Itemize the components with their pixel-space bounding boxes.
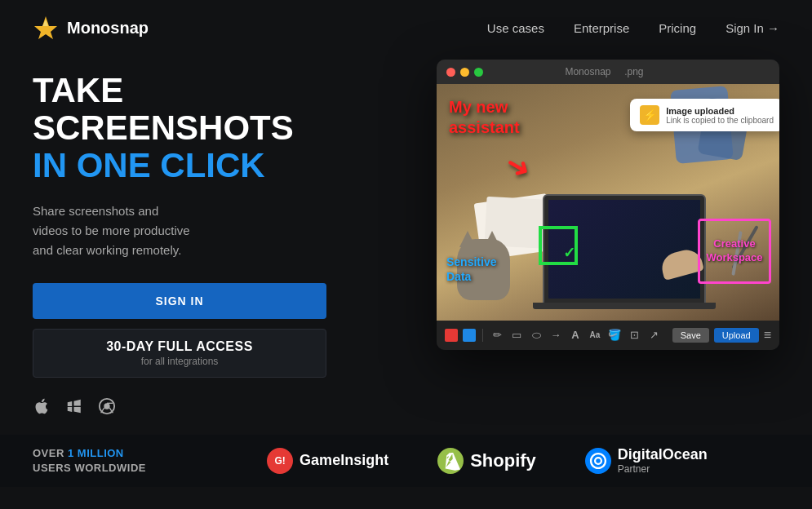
svg-point-3 [104,403,109,409]
digitalocean-icon [585,448,611,474]
notification-title: Image uploaded [666,106,774,116]
window-toolbar: ✏ ▭ ⬭ → A Aa 🪣 ⊡ ↗ Save Upload ≡ [437,321,779,350]
toolbar-save-button[interactable]: Save [672,328,709,343]
left-column: TAKE SCREENSHOTS IN ONE CLICK Share scre… [33,64,326,420]
partner-gameinsight: G! GameInsight [267,448,388,474]
screenshot-content: ➜ ✓ My newassistant SensitiveData [437,84,779,321]
screenshot-window: Monosnap .png [437,60,779,350]
partner-shopify: Shopify [437,448,536,474]
partners-list: G! GameInsight Shopify DigitalOcean Part… [195,446,779,476]
gameinsight-label: GameInsight [300,452,388,469]
toolbar-crop-icon[interactable]: ⊡ [627,328,641,343]
main-content: TAKE SCREENSHOTS IN ONE CLICK Share scre… [0,55,812,420]
toolbar-menu-icon[interactable]: ≡ [764,328,771,343]
notification-subtitle: Link is copied to the clipboard [666,116,774,125]
toolbar-separator [482,329,483,342]
apple-icon[interactable] [33,397,51,420]
partner-digitalocean: DigitalOcean Partner [585,446,708,476]
toolbar-color-blue[interactable] [463,329,476,342]
hero-title: TAKE SCREENSHOTS IN ONE CLICK [33,72,326,185]
window-title: Monosnap .png [439,66,770,77]
digitalocean-label: DigitalOcean [618,446,708,464]
notification-text: Image uploaded Link is copied to the cli… [666,106,774,125]
gameinsight-icon: G! [267,448,293,474]
nav-enterprise[interactable]: Enterprise [574,21,629,35]
chrome-icon[interactable] [98,397,116,420]
platform-icons [33,397,326,420]
windows-icon[interactable] [65,397,83,420]
hero-title-white: TAKE SCREENSHOTS [33,71,294,147]
access-button[interactable]: 30-DAY FULL ACCESS for all integrations [33,329,326,378]
toolbar-pencil-icon[interactable]: ✏ [490,328,504,343]
toolbar-share-icon[interactable]: ↗ [646,328,661,343]
nav-links: Use cases Enterprise Pricing Sign In → [487,21,779,35]
hero-title-blue: IN ONE CLICK [33,146,265,184]
logo-icon [33,15,59,41]
nav-pricing[interactable]: Pricing [659,21,696,35]
toolbar-ellipse-icon[interactable]: ⬭ [529,328,544,343]
toolbar-textbold-icon[interactable]: Aa [588,328,602,343]
right-column: Monosnap .png [351,60,779,420]
toolbar-color-red[interactable] [445,329,458,342]
nav-signin[interactable]: Sign In → [725,21,779,35]
access-title: 30-DAY FULL ACCESS [43,339,316,354]
creative-workspace-box: CreativeWorkspace [698,219,771,284]
users-worldwide: USERS WORLDWIDE [33,462,146,474]
toolbar-fill-icon[interactable]: 🪣 [607,328,622,343]
annotation-my-new: My newassistant [449,97,520,138]
digitalocean-text: DigitalOcean Partner [618,446,708,476]
users-million: 1 MILLION [68,447,124,459]
toolbar-arrow-icon[interactable]: → [548,328,563,343]
annotation-sensitive-data: SensitiveData [446,254,496,284]
logo[interactable]: Monosnap [33,15,149,41]
signin-button[interactable]: SIGN IN [33,283,326,319]
hero-subtitle: Share screenshots andvideos to be more p… [33,201,326,260]
access-subtitle: for all integrations [43,356,316,367]
notification-icon: ⚡ [640,105,659,125]
annotation-creative-workspace: CreativeWorkspace [706,237,762,265]
brand-name: Monosnap [67,19,149,38]
navbar: Monosnap Use cases Enterprise Pricing Si… [0,0,812,55]
bottom-bar: OVER 1 MILLION USERS WORLDWIDE G! GameIn… [0,435,812,487]
digitalocean-sublabel: Partner [618,463,708,475]
users-count: OVER 1 MILLION USERS WORLDWIDE [33,446,146,476]
toolbar-text-icon[interactable]: A [568,328,583,343]
window-titlebar: Monosnap .png [437,60,779,84]
nav-use-cases[interactable]: Use cases [487,21,544,35]
toolbar-rect-icon[interactable]: ▭ [509,328,524,343]
toolbar-upload-button[interactable]: Upload [714,328,759,343]
shopify-icon [437,448,464,474]
users-label: OVER [33,447,68,459]
notification-popup: ⚡ Image uploaded Link is copied to the c… [630,99,779,131]
shopify-label: Shopify [470,450,536,471]
